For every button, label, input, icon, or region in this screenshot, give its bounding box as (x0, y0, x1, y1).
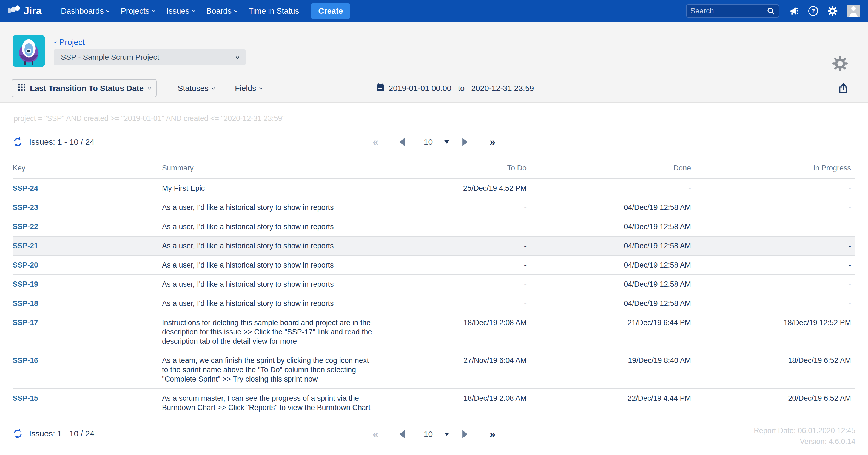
issue-key-link[interactable]: SSP-18 (12, 299, 38, 307)
chevron-down-icon (54, 40, 57, 43)
nav-item-boards[interactable]: Boards (206, 7, 237, 16)
next-page-button[interactable] (462, 430, 468, 438)
issue-summary: As a user, I'd like a historical story t… (162, 222, 373, 231)
report-settings-gear-icon[interactable] (831, 55, 849, 73)
report-type-label: Last Transition To Status Date (30, 84, 144, 93)
chevron-down-icon (234, 9, 237, 12)
cell-done: - (527, 184, 691, 193)
nav-item-issues[interactable]: Issues (166, 7, 194, 16)
megaphone-icon[interactable] (788, 6, 799, 16)
page-size-dropdown-icon[interactable] (444, 432, 449, 436)
cell-todo: - (373, 203, 527, 212)
issue-key-link[interactable]: SSP-23 (12, 203, 38, 212)
issue-key-link[interactable]: SSP-20 (12, 261, 38, 269)
report-type-button[interactable]: Last Transition To Status Date (11, 79, 157, 97)
table-row: SSP-20 As a user, I'd like a historical … (12, 255, 856, 274)
cell-todo: 27/Nov/19 6:04 AM (373, 356, 527, 365)
cell-inprogress: - (691, 203, 856, 212)
issue-key-link[interactable]: SSP-21 (12, 242, 38, 250)
user-avatar[interactable] (847, 5, 860, 17)
grid-icon (18, 84, 26, 93)
cell-todo: - (373, 299, 527, 308)
cell-inprogress: - (691, 299, 856, 308)
calendar-icon (376, 83, 385, 94)
create-button[interactable]: Create (311, 3, 350, 19)
cell-done: 04/Dec/19 12:58 AM (527, 203, 691, 212)
refresh-icon[interactable] (12, 137, 23, 147)
cell-inprogress: - (691, 280, 856, 289)
nav-item-label: Dashboards (61, 7, 103, 16)
cell-todo: 18/Dec/19 2:08 AM (373, 318, 527, 327)
last-page-button[interactable]: » (490, 429, 495, 439)
table-row: SSP-23 As a user, I'd like a historical … (12, 198, 856, 217)
page-size-dropdown-icon[interactable] (444, 140, 449, 144)
nav-item-dashboards[interactable]: Dashboards (61, 7, 108, 16)
table-row: SSP-21 As a user, I'd like a historical … (12, 236, 856, 255)
statuses-dropdown[interactable]: Statuses (178, 84, 214, 93)
table-row: SSP-18 As a user, I'd like a historical … (12, 294, 856, 313)
issue-key-link[interactable]: SSP-16 (12, 356, 38, 365)
cell-done: 04/Dec/19 12:58 AM (527, 222, 691, 231)
cell-done: 04/Dec/19 12:58 AM (527, 261, 691, 270)
previous-page-button[interactable] (399, 138, 405, 146)
nav-item-label: Issues (166, 7, 189, 16)
export-icon[interactable] (837, 82, 849, 95)
chevron-down-icon (192, 9, 195, 12)
project-select-value: SSP - Sample Scrum Project (61, 53, 159, 62)
project-section-label: Project (59, 37, 85, 47)
cell-done: 22/Dec/19 4:44 PM (527, 394, 691, 403)
issue-key-link[interactable]: SSP-24 (12, 184, 38, 192)
issue-table-body: SSP-24 My First Epic 25/Dec/19 4:52 PM -… (12, 178, 856, 418)
next-page-button[interactable] (462, 138, 468, 146)
page-size-value[interactable]: 10 (424, 429, 433, 439)
issue-key-link[interactable]: SSP-17 (12, 318, 38, 327)
brand-name: Jira (24, 5, 42, 17)
nav-item-time-in-status[interactable]: Time in Status (249, 7, 299, 16)
project-section-toggle[interactable]: Project (54, 37, 85, 47)
page-size-value[interactable]: 10 (424, 137, 433, 147)
cell-inprogress: - (691, 184, 856, 193)
project-header-section: Project SSP - Sample Scrum Project Last … (0, 22, 868, 103)
search-icon[interactable] (767, 7, 775, 15)
issue-summary: As a scrum master, I can see the progres… (162, 394, 373, 412)
chevron-down-icon (236, 55, 239, 59)
previous-page-button[interactable] (399, 430, 405, 438)
nav-item-projects[interactable]: Projects (121, 7, 154, 16)
issue-summary: As a team, we can finish the sprint by c… (162, 356, 373, 384)
date-separator: to (458, 84, 465, 93)
last-page-button[interactable]: » (490, 137, 495, 147)
project-avatar[interactable] (12, 35, 45, 67)
cell-inprogress: - (691, 241, 856, 250)
cell-done: 04/Dec/19 12:58 AM (527, 241, 691, 250)
search-input[interactable] (690, 7, 767, 16)
date-from: 2019-01-01 00:00 (389, 84, 452, 93)
table-row: SSP-17 Instructions for deleting this sa… (12, 313, 856, 351)
cell-todo: - (373, 280, 527, 289)
table-row: SSP-19 As a user, I'd like a historical … (12, 274, 856, 294)
cell-done: 04/Dec/19 12:58 AM (527, 299, 691, 308)
nav-item-label: Time in Status (249, 7, 299, 16)
first-page-button[interactable]: « (373, 429, 378, 439)
issue-summary: Instructions for deleting this sample bo… (162, 318, 373, 346)
issues-toolbar-bottom: Issues: 1 - 10 / 24 « 10 » Report Date: … (12, 425, 856, 455)
cell-inprogress: - (691, 222, 856, 231)
date-range-picker[interactable]: 2019-01-01 00:00 to 2020-12-31 23:59 (376, 83, 534, 94)
issue-key-link[interactable]: SSP-19 (12, 280, 38, 289)
help-icon[interactable]: ? (808, 6, 818, 16)
pagination-bottom: « 10 » (373, 429, 496, 439)
nav-item-label: Projects (121, 7, 149, 16)
first-page-button[interactable]: « (373, 137, 378, 147)
project-select[interactable]: SSP - Sample Scrum Project (54, 49, 246, 65)
settings-gear-icon[interactable] (828, 6, 838, 16)
issue-summary: As a user, I'd like a historical story t… (162, 241, 373, 250)
issue-key-link[interactable]: SSP-15 (12, 394, 38, 402)
issue-key-link[interactable]: SSP-22 (12, 222, 38, 231)
refresh-icon[interactable] (12, 428, 23, 439)
table-row: SSP-22 As a user, I'd like a historical … (12, 217, 856, 236)
column-header-summary: Summary (162, 164, 373, 173)
jira-brand[interactable]: Jira (8, 4, 42, 18)
table-row: SSP-24 My First Epic 25/Dec/19 4:52 PM -… (12, 178, 856, 198)
fields-dropdown[interactable]: Fields (235, 84, 261, 93)
filter-bar: Last Transition To Status Date Statuses … (11, 79, 856, 97)
cell-done: 04/Dec/19 12:58 AM (527, 280, 691, 289)
